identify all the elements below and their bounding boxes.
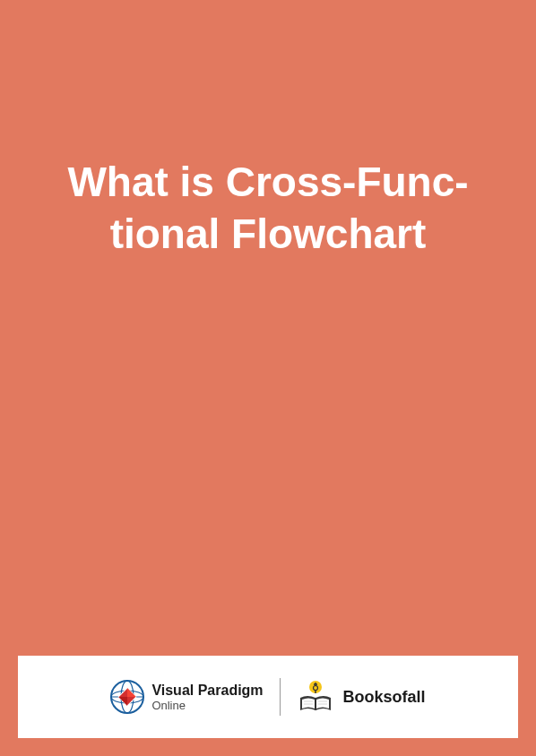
booksofall-brand: Booksofall — [297, 680, 426, 714]
page-title: What is Cross-Func- tional Flowchart — [18, 157, 518, 260]
booksofall-name: Booksofall — [343, 688, 426, 707]
footer-divider — [280, 678, 281, 716]
visual-paradigm-icon — [110, 680, 144, 714]
content-area: What is Cross-Func- tional Flowchart — [18, 18, 518, 738]
title-line-2: tional Flowchart — [110, 210, 427, 257]
brand-name-sub: Online — [151, 700, 263, 711]
visual-paradigm-brand: Visual Paradigm Online — [110, 680, 263, 714]
brand-name-main: Visual Paradigm — [151, 683, 263, 698]
footer-content: Visual Paradigm Online — [110, 678, 425, 716]
visual-paradigm-text: Visual Paradigm Online — [151, 683, 263, 711]
booksofall-icon — [297, 680, 334, 714]
footer-bar: Visual Paradigm Online — [18, 656, 518, 738]
document-page: What is Cross-Func- tional Flowchart — [0, 0, 536, 756]
title-line-1: What is Cross-Func- — [67, 159, 468, 205]
